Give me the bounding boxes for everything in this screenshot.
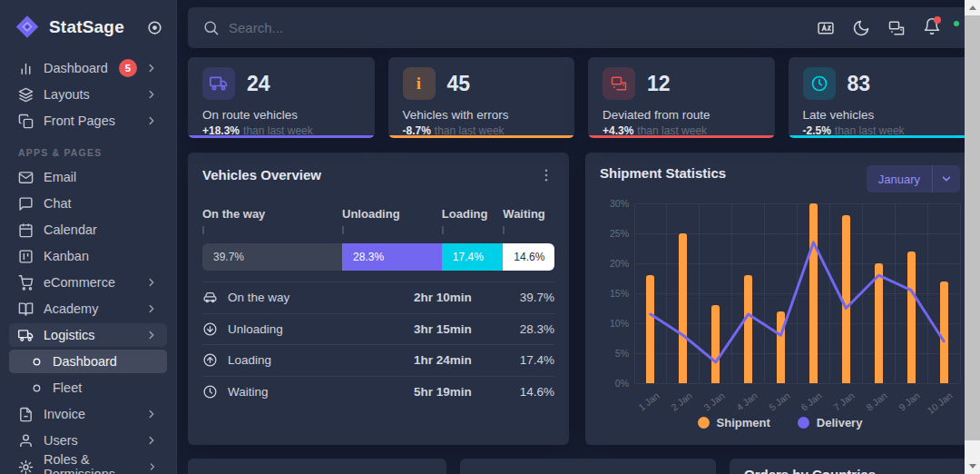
progress-segment-unloading: 28.3% (342, 243, 442, 271)
delivery-line (634, 203, 960, 383)
table-row: On the way 2hr 10min 39.7% (202, 281, 554, 313)
sidebar-item-layouts[interactable]: Layouts (9, 83, 167, 106)
y-axis-tick: 5% (598, 348, 629, 359)
card-accent-bar (588, 135, 775, 138)
sidebar-item-email[interactable]: Email (9, 165, 167, 189)
y-axis-tick: 20% (598, 258, 629, 269)
x-axis-tick: 8 Jan (864, 390, 889, 412)
sidebar-nav: Dashboard 5 Layouts Front Pages APPS & P… (0, 56, 176, 474)
sidebar-item-logistics[interactable]: Logistics (9, 323, 167, 347)
scrollbar-up-button[interactable] (965, 0, 980, 15)
shipment-chart: 0%5%10%15%20%25%30% (600, 203, 960, 383)
vehicles-table: On the way 2hr 10min 39.7% Unloading 3hr… (202, 281, 554, 407)
arrow-down-circle-icon (202, 321, 218, 337)
sidebar-item-dashboards[interactable]: Dashboard 5 (9, 56, 167, 80)
stat-label: Vehicles with errors (403, 108, 561, 122)
card-accent-bar (188, 135, 375, 138)
sidebar-item-chat[interactable]: Chat (9, 192, 167, 215)
layers-icon (18, 87, 34, 103)
y-axis-tick: 10% (598, 318, 629, 329)
shipment-plot: 0%5%10%15%20%25%30% (634, 203, 960, 383)
page-scrollbar[interactable] (965, 0, 980, 474)
x-axis-tick: 6 Jan (799, 390, 825, 412)
legend-marker (798, 417, 809, 429)
legend-item-delivery[interactable]: Delivery (798, 416, 863, 430)
kebab-menu-icon[interactable] (538, 167, 554, 183)
chevron-down-icon (933, 173, 960, 185)
stat-value: 83 (848, 72, 871, 96)
language-icon[interactable] (817, 19, 835, 37)
truck-icon (202, 67, 235, 100)
clock-icon (202, 384, 218, 400)
shipment-statistics-title: Shipment Statistics (600, 165, 726, 181)
bar-chart-icon (18, 61, 34, 76)
notification-dot (934, 16, 941, 24)
chevron-right-icon (145, 62, 158, 74)
truck-icon (18, 328, 34, 343)
search-input[interactable] (229, 20, 610, 35)
sidebar-item-front-pages[interactable]: Front Pages (9, 109, 167, 133)
topbar-icons (817, 17, 960, 39)
stat-value: 45 (447, 72, 471, 96)
info-icon: i (403, 67, 436, 100)
dark-mode-icon[interactable] (852, 19, 870, 37)
x-axis-tick: 2 Jan (669, 390, 694, 412)
sidebar-section-label: APPS & PAGES (18, 147, 158, 158)
chat-icon (18, 196, 34, 212)
sidebar-item-kanban[interactable]: Kanban (9, 244, 167, 268)
x-axis-tick: 7 Jan (831, 390, 857, 412)
stat-value: 12 (647, 72, 671, 96)
legend-item-shipment[interactable]: Shipment (698, 416, 770, 430)
shipment-statistics-card: Shipment Statistics January 0%5%10%15%20… (585, 153, 975, 445)
stat-label: On route vehicles (202, 108, 360, 122)
pages-icon (18, 114, 34, 129)
bottom-card-2 (460, 459, 716, 474)
brand-logo-icon (15, 15, 40, 40)
sidebar-subitem-logistics-fleet[interactable]: Fleet (9, 376, 167, 400)
invoice-icon (18, 407, 34, 422)
vehicles-progress-bar: 39.7% 28.3% 17.4% 14.6% (202, 243, 554, 271)
month-selector[interactable]: January (867, 165, 960, 193)
car-icon (202, 290, 218, 305)
notifications-button[interactable] (923, 17, 941, 39)
table-row: Unloading 3hr 15min 28.3% (202, 313, 554, 345)
search (202, 19, 817, 36)
sidebar-collapse-toggle-icon[interactable] (146, 19, 163, 36)
sidebar-item-academy[interactable]: Academy (9, 297, 167, 321)
clock-icon (803, 67, 836, 100)
sidebar-item-users[interactable]: Users (9, 429, 167, 452)
progress-segment-on-the-way: 39.7% (202, 243, 342, 271)
card-accent-bar (789, 135, 975, 138)
sidebar-item-calendar[interactable]: Calendar (9, 218, 167, 242)
sidebar-item-invoice[interactable]: Invoice (9, 402, 167, 426)
sidebar-item-ecommerce[interactable]: eCommerce (9, 271, 167, 294)
stat-value: 24 (247, 72, 270, 96)
chevron-right-icon (145, 302, 158, 315)
vehicles-overview-card: Vehicles Overview On the way Unloading L… (188, 153, 569, 445)
arrow-up-circle-icon (202, 352, 218, 368)
circle-bullet-icon (31, 356, 43, 368)
x-axis-labels: 1 Jan2 Jan3 Jan4 Jan5 Jan6 Jan7 Jan8 Jan… (634, 383, 960, 416)
chevron-right-icon (147, 460, 158, 473)
y-axis-tick: 30% (598, 198, 629, 209)
circle-bullet-icon (31, 382, 43, 394)
orders-by-countries-card: Orders by Countries (730, 459, 975, 474)
stat-card-deviated: 12 Deviated from route +4.3%than last we… (588, 57, 775, 138)
chevron-right-icon (145, 88, 158, 101)
topbar (188, 7, 975, 48)
sidebar-item-roles-permissions[interactable]: Roles & Permissions (9, 455, 167, 474)
sidebar-subitem-logistics-dashboard[interactable]: Dashboard (9, 350, 167, 373)
x-axis-tick: 9 Jan (897, 390, 922, 412)
chevron-right-icon (145, 276, 158, 289)
bottom-card-1 (188, 459, 446, 474)
screens-icon[interactable] (887, 19, 906, 37)
y-axis-tick: 0% (598, 378, 629, 389)
chevron-right-icon (145, 434, 158, 447)
kanban-icon (18, 249, 34, 264)
scrollbar-down-button[interactable] (965, 459, 980, 474)
vo-segment-labels: On the way Unloading Loading Waiting (202, 207, 554, 238)
charts-row: Vehicles Overview On the way Unloading L… (188, 153, 975, 445)
orders-by-countries-title: Orders by Countries (744, 467, 960, 474)
month-value: January (867, 173, 932, 186)
scrollbar-thumb[interactable] (965, 15, 980, 440)
